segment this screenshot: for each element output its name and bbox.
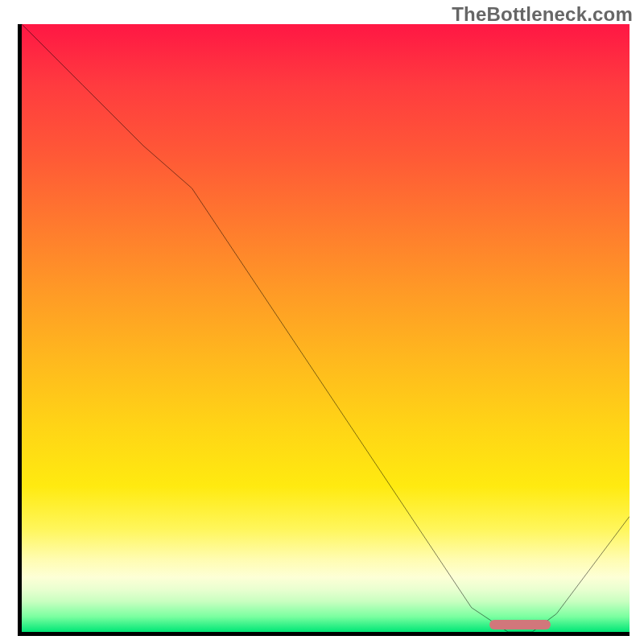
chart-root: TheBottleneck.com (0, 0, 644, 644)
plot-area (22, 24, 630, 632)
heat-gradient (22, 24, 630, 632)
optimal-range-marker (489, 620, 551, 630)
watermark-text: TheBottleneck.com (452, 3, 633, 26)
plot-frame (18, 24, 630, 636)
